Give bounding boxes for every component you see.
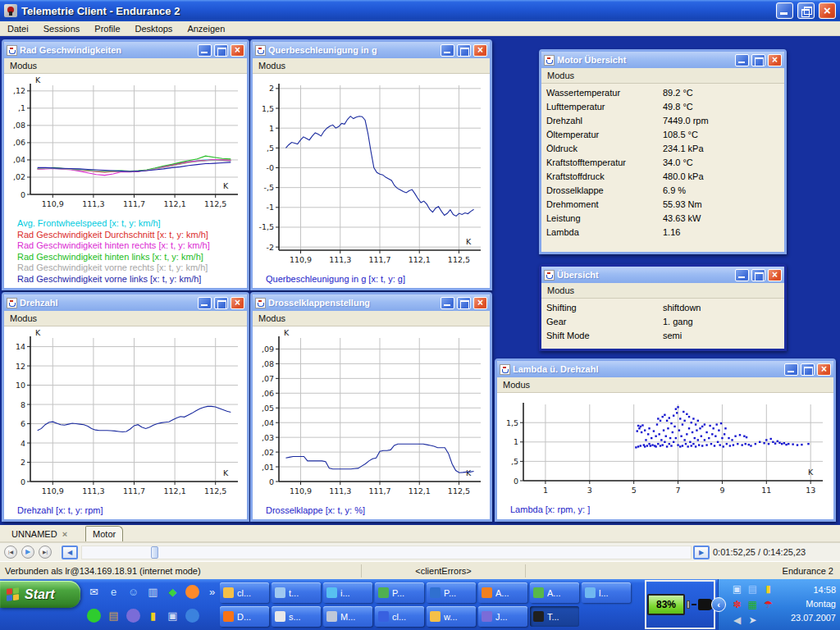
restore-button[interactable] (797, 2, 815, 19)
green-diamond-icon[interactable]: ◆ (166, 585, 180, 599)
menu-desktops[interactable]: Desktops (128, 24, 180, 34)
minimize-button[interactable] (198, 44, 212, 57)
lan-connection-icon[interactable]: ▤ (748, 583, 757, 595)
modus-menu[interactable]: Modus (253, 311, 490, 326)
minimize-button[interactable] (784, 363, 798, 376)
window-lambda-drehzahl[interactable]: Lambda ü. Drehzahl Modus 1,51,5013579111… (495, 358, 836, 522)
minimize-button[interactable] (735, 54, 749, 66)
overflow-chevron-icon[interactable]: » (205, 585, 219, 599)
svg-text:-1: -1 (267, 203, 274, 212)
mail-icon[interactable]: ✉ (87, 585, 101, 599)
tray-chevron-icon[interactable]: ‹ (711, 597, 726, 612)
menu-sessions[interactable]: Sessions (36, 24, 88, 34)
close-button[interactable] (768, 269, 782, 281)
maximize-button[interactable] (751, 54, 765, 66)
taskbar-button[interactable]: J... (478, 606, 527, 627)
modus-menu[interactable]: Modus (497, 377, 833, 393)
minimize-button[interactable] (735, 269, 749, 281)
titlebar[interactable]: Drosselklappenstellung (253, 294, 490, 311)
menu-profile[interactable]: Profile (87, 24, 127, 34)
window-rad-geschwindigkeiten[interactable]: Rad Geschwindigkeiten Modus ,12,1,08,06,… (2, 39, 249, 290)
titlebar[interactable]: Motor Übersicht (541, 52, 784, 68)
taskbar-button[interactable]: P... (427, 582, 476, 603)
skip-to-end-button[interactable]: ▶| (39, 546, 52, 559)
titlebar[interactable]: Querbeschleunigung in g (253, 42, 490, 58)
taskbar-button[interactable]: t... (272, 582, 321, 603)
minimize-button[interactable] (441, 297, 454, 309)
eclipse-icon[interactable] (126, 609, 140, 623)
maximize-button[interactable] (214, 297, 228, 309)
file-stack-icon[interactable]: ▤ (107, 609, 121, 623)
taskbar-button[interactable]: w... (427, 606, 476, 627)
window-querbeschleunigung[interactable]: Querbeschleunigung in g Modus 21,51,5-0-… (250, 39, 492, 290)
maximize-button[interactable] (801, 363, 815, 376)
taskbar-button[interactable]: cl... (375, 606, 424, 627)
window-drosselklappenstellung[interactable]: Drosselklappenstellung Modus ,09,08,07,0… (250, 292, 492, 522)
timeline-scrollbar[interactable] (81, 546, 692, 559)
scroll-right-button[interactable]: ▶ (693, 546, 710, 559)
taskbar-button[interactable]: s... (272, 606, 321, 627)
app-icon (4, 4, 17, 17)
window-motor-uebersicht[interactable]: Motor Übersicht Modus Wassertemperatur89… (539, 49, 787, 254)
volume-icon[interactable]: ◀ (733, 614, 741, 626)
flower-icon[interactable]: ✽ (733, 599, 741, 610)
titlebar[interactable]: Übersicht (541, 267, 784, 283)
modus-menu[interactable]: Modus (253, 58, 490, 74)
minimize-button[interactable] (441, 44, 454, 57)
taskbar-button[interactable]: M... (323, 606, 372, 627)
maximize-button[interactable] (457, 44, 471, 57)
taskbar-button[interactable]: l... (582, 582, 631, 603)
skip-to-start-button[interactable]: |◀ (4, 546, 17, 559)
green-orb-icon[interactable] (87, 609, 101, 623)
modus-menu[interactable]: Modus (4, 311, 247, 326)
minimize-button[interactable] (198, 297, 212, 309)
close-button[interactable] (768, 54, 782, 66)
network-signal-icon[interactable]: ▣ (733, 583, 742, 595)
taskbar-button[interactable]: A... (478, 582, 527, 603)
taskbar-button[interactable]: D... (220, 606, 269, 627)
taskbar-button[interactable]: cl... (220, 582, 269, 603)
play-button[interactable]: ▶ (21, 546, 34, 559)
grid-matrix-icon[interactable]: ▦ (748, 599, 757, 610)
scrollbar-thumb[interactable] (151, 546, 158, 559)
taskbar-button[interactable]: P... (375, 582, 424, 603)
firefox-icon[interactable] (185, 585, 199, 599)
lock-icon[interactable]: ▮ (146, 609, 160, 623)
taskbar-button[interactable]: i... (323, 582, 372, 603)
security-lock-icon[interactable]: ▮ (765, 583, 771, 595)
tab-motor[interactable]: Motor (85, 526, 123, 541)
close-button[interactable] (817, 363, 831, 376)
titlebar[interactable]: Drehzahl (4, 294, 247, 311)
close-button[interactable] (473, 44, 487, 57)
titlebar[interactable]: Lambda ü. Drehzahl (497, 361, 833, 377)
start-button[interactable]: Start (0, 581, 80, 608)
maximize-button[interactable] (751, 269, 765, 281)
modus-menu[interactable]: Modus (541, 68, 784, 84)
modus-menu[interactable]: Modus (541, 283, 784, 299)
close-button[interactable] (231, 44, 244, 57)
minimize-button[interactable] (776, 2, 793, 19)
remote-desktop-icon[interactable]: ▥ (146, 585, 160, 599)
maximize-button[interactable] (457, 297, 471, 309)
close-button[interactable] (473, 297, 487, 309)
close-button[interactable] (819, 2, 836, 19)
maximize-button[interactable] (214, 44, 228, 57)
scroll-left-button[interactable]: ◀ (62, 546, 78, 559)
menu-datei[interactable]: Datei (0, 24, 36, 34)
window-drehzahl[interactable]: Drehzahl Modus 14121086420110,9111,3111,… (2, 292, 249, 522)
taskbar-button[interactable]: A... (530, 582, 579, 603)
avira-umbrella-icon[interactable]: ☂ (764, 599, 773, 610)
modus-menu[interactable]: Modus (4, 58, 247, 74)
menu-anzeigen[interactable]: Anzeigen (180, 24, 232, 34)
titlebar[interactable]: Rad Geschwindigkeiten (4, 42, 247, 58)
tab-unnamed[interactable]: UNNAMED × (5, 527, 74, 541)
taskbar-button[interactable]: T... (530, 606, 579, 627)
tab-close-icon[interactable]: × (62, 529, 67, 539)
close-button[interactable] (231, 297, 244, 309)
pointer-icon[interactable]: ➤ (748, 614, 756, 626)
messenger-icon[interactable]: ☺ (126, 585, 140, 599)
window-app-icon[interactable]: ▣ (166, 609, 180, 623)
internet-explorer-icon[interactable]: e (107, 585, 121, 599)
thunderbird-icon[interactable] (185, 609, 199, 623)
window-uebersicht[interactable]: Übersicht Modus ShiftingshiftdownGear1. … (539, 264, 787, 351)
